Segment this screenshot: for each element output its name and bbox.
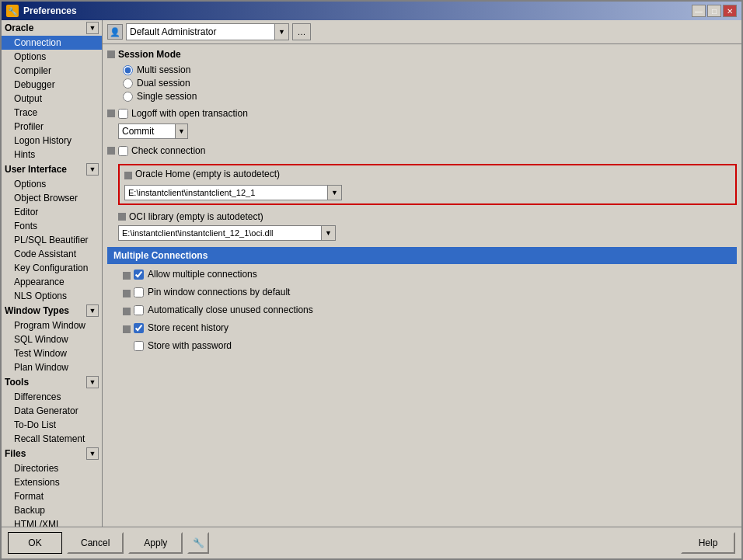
extra-icon-button[interactable]: 🔧: [187, 532, 209, 554]
sidebar-item-connection[interactable]: Connection: [2, 36, 102, 50]
sidebar-item-recall-statement[interactable]: Recall Statement: [2, 432, 102, 446]
store-password-label: Store with password: [148, 340, 232, 351]
sidebar-item-extensions[interactable]: Extensions: [2, 475, 102, 489]
wt-section-toggle[interactable]: ▼: [86, 304, 99, 317]
sidebar-item-logon-history[interactable]: Logon History: [2, 134, 102, 148]
sidebar-item-hints[interactable]: Hints: [2, 148, 102, 162]
sidebar-section-oracle[interactable]: Oracle ▼: [2, 20, 102, 36]
files-section-toggle[interactable]: ▼: [86, 447, 99, 460]
oci-arrow[interactable]: ▼: [321, 226, 335, 240]
sidebar-item-program-window[interactable]: Program Window: [2, 318, 102, 332]
sidebar-item-trace[interactable]: Trace: [2, 106, 102, 120]
cancel-button[interactable]: Cancel: [67, 532, 124, 554]
bottom-bar: OK Cancel Apply 🔧 Help: [2, 527, 741, 558]
preferences-window: 🔧 Preferences — □ ✕ Oracle ▼ Connection …: [0, 0, 743, 560]
multiple-connections-header: Multiple Connections: [107, 247, 737, 264]
check-connection-indicator: [107, 147, 115, 155]
sidebar-item-format[interactable]: Format: [2, 489, 102, 503]
logoff-indicator: [107, 110, 115, 117]
sidebar-item-test-window[interactable]: Test Window: [2, 346, 102, 360]
sidebar-item-compiler[interactable]: Compiler: [2, 64, 102, 78]
oci-header: OCI library (empty is autodetect): [118, 211, 737, 222]
radio-dual-session: Dual session: [123, 78, 737, 89]
ok-button[interactable]: OK: [8, 532, 62, 554]
radio-multi-session-label: Multi session: [137, 64, 190, 75]
radio-multi-session-input[interactable]: [123, 65, 133, 75]
profile-icon: 👤: [107, 24, 123, 40]
sidebar-item-plan-window[interactable]: Plan Window: [2, 360, 102, 374]
radio-single-session-input[interactable]: [123, 92, 133, 102]
tools-section-toggle[interactable]: ▼: [86, 376, 99, 388]
help-button[interactable]: Help: [681, 532, 735, 554]
bottom-left-buttons: OK Cancel Apply 🔧: [8, 532, 209, 554]
auto-close-checkbox-item: Automatically close unused connections: [134, 304, 313, 315]
oci-label: OCI library (empty is autodetect): [129, 211, 263, 222]
sidebar-item-sql-window[interactable]: SQL Window: [2, 332, 102, 346]
sidebar-item-ui-options[interactable]: Options: [2, 177, 102, 191]
content-area: Session Mode Multi session Dual session …: [103, 44, 741, 527]
sidebar-item-directories[interactable]: Directories: [2, 461, 102, 475]
logoff-section-header: Logoff with open transaction: [107, 108, 737, 119]
sidebar-item-plsql-beautifier[interactable]: PL/SQL Beautifier: [2, 233, 102, 247]
oracle-home-arrow[interactable]: ▼: [327, 186, 341, 200]
toolbar: 👤 Default Administrator ▼ …: [103, 20, 741, 44]
profile-dropdown-arrow[interactable]: ▼: [274, 24, 288, 40]
pin-window-checkbox[interactable]: [134, 287, 144, 297]
check-connection-checkbox[interactable]: [118, 146, 128, 156]
pin-window-checkbox-item: Pin window connections by default: [134, 287, 290, 297]
extra-icon: 🔧: [193, 537, 204, 548]
sidebar-item-differences[interactable]: Differences: [2, 390, 102, 404]
logoff-checkbox[interactable]: [118, 109, 128, 119]
maximize-button[interactable]: □: [707, 5, 721, 17]
oracle-section-toggle[interactable]: ▼: [86, 22, 99, 34]
commit-dropdown-arrow[interactable]: ▼: [175, 124, 187, 138]
connections-items: Allow multiple connections Pin window co…: [123, 269, 737, 351]
allow-multiple-indicator: [123, 272, 131, 280]
radio-dual-session-input[interactable]: [123, 78, 133, 89]
store-recent-row: Store recent history: [123, 322, 737, 336]
sidebar-item-key-configuration[interactable]: Key Configuration: [2, 261, 102, 275]
sidebar-section-user-interface[interactable]: User Interface ▼: [2, 162, 102, 177]
sidebar-item-data-generator[interactable]: Data Generator: [2, 404, 102, 418]
sidebar-item-debugger[interactable]: Debugger: [2, 78, 102, 92]
sidebar-item-appearance[interactable]: Appearance: [2, 275, 102, 289]
ui-section-toggle[interactable]: ▼: [86, 163, 99, 176]
radio-single-session: Single session: [123, 91, 737, 102]
allow-multiple-checkbox[interactable]: [134, 270, 144, 280]
oracle-home-dropdown[interactable]: E:\instantclient\instantclient_12_1 ▼: [124, 185, 342, 200]
store-recent-checkbox[interactable]: [134, 323, 144, 333]
close-button[interactable]: ✕: [723, 5, 737, 17]
window-types-label: Window Types: [5, 305, 69, 316]
sidebar-section-window-types[interactable]: Window Types ▼: [2, 303, 102, 318]
sidebar-item-object-browser[interactable]: Object Browser: [2, 191, 102, 205]
sidebar-item-output[interactable]: Output: [2, 92, 102, 106]
logoff-label: Logoff with open transaction: [131, 108, 248, 119]
oracle-home-value: E:\instantclient\instantclient_12_1: [125, 188, 327, 197]
auto-close-row: Automatically close unused connections: [123, 304, 737, 318]
radio-single-session-label: Single session: [137, 91, 197, 102]
session-mode-section: Session Mode: [107, 49, 737, 60]
more-button[interactable]: …: [292, 23, 311, 40]
auto-close-checkbox[interactable]: [134, 305, 144, 315]
allow-multiple-row: Allow multiple connections: [123, 269, 737, 282]
store-password-checkbox[interactable]: [134, 341, 144, 351]
sidebar-item-profiler[interactable]: Profiler: [2, 120, 102, 134]
sidebar-section-files[interactable]: Files ▼: [2, 446, 102, 461]
sidebar-item-code-assistant[interactable]: Code Assistant: [2, 247, 102, 261]
check-connection-section: Check connection: [107, 145, 737, 156]
commit-dropdown[interactable]: Commit ▼: [118, 123, 188, 139]
sidebar-item-backup[interactable]: Backup: [2, 503, 102, 517]
title-buttons: — □ ✕: [692, 5, 737, 17]
oci-dropdown[interactable]: E:\instantclient\instantclient_12_1\oci.…: [118, 225, 336, 241]
sidebar-item-nls-options[interactable]: NLS Options: [2, 289, 102, 303]
apply-button[interactable]: Apply: [128, 532, 183, 554]
sidebar-section-tools[interactable]: Tools ▼: [2, 374, 102, 390]
sidebar-item-html-xml[interactable]: HTML/XML: [2, 517, 102, 527]
sidebar-item-editor[interactable]: Editor: [2, 205, 102, 219]
sidebar-item-todo-list[interactable]: To-Do List: [2, 418, 102, 432]
check-connection-label: Check connection: [131, 145, 205, 156]
sidebar-item-options[interactable]: Options: [2, 50, 102, 64]
minimize-button[interactable]: —: [692, 5, 706, 17]
sidebar-item-fonts[interactable]: Fonts: [2, 219, 102, 233]
profile-dropdown[interactable]: Default Administrator ▼: [126, 23, 289, 40]
